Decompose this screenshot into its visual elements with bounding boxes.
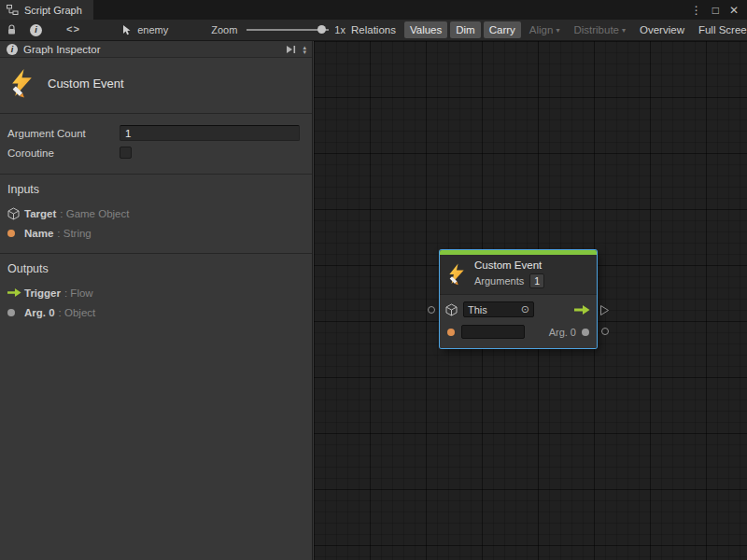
- outputs-section: Outputs Trigger : Flow Arg. 0 : Object: [0, 254, 312, 332]
- this-dropdown-value: This: [468, 304, 487, 315]
- close-icon[interactable]: ✕: [729, 5, 739, 16]
- port-row-trigger: Trigger : Flow: [0, 283, 312, 302]
- arg0-output-port-marker[interactable]: [601, 328, 609, 335]
- values-button[interactable]: Values: [404, 21, 447, 38]
- spinner-down-icon[interactable]: ▾: [303, 49, 306, 54]
- port-row-arg0: Arg. 0 : Object: [0, 302, 312, 322]
- port-name: Name: [24, 228, 53, 239]
- event-fields: Argument Count Coroutine: [0, 114, 312, 174]
- dim-button[interactable]: Dim: [450, 21, 480, 38]
- script-graph-icon: [7, 5, 19, 15]
- info-icon[interactable]: i: [30, 24, 42, 36]
- node-row-arg: Arg. 0: [445, 323, 591, 341]
- tab-script-graph[interactable]: Script Graph: [0, 0, 93, 20]
- port-type: : Game Object: [60, 208, 129, 219]
- scroll-spinner-icon[interactable]: ▴ ▾: [303, 45, 306, 54]
- align-button[interactable]: Align ▾: [524, 21, 566, 38]
- carry-button[interactable]: Carry: [484, 21, 521, 38]
- string-port-icon: [7, 230, 24, 237]
- chevron-down-icon: ▾: [622, 26, 626, 35]
- arg0-port-icon[interactable]: [582, 329, 589, 336]
- distribute-button-label: Distribute: [573, 24, 619, 35]
- zoom-value: 1x: [334, 24, 345, 35]
- zoom-label: Zoom: [211, 24, 237, 35]
- flow-arrow-icon: [7, 287, 24, 298]
- tab-title: Script Graph: [24, 5, 82, 16]
- object-picker-icon[interactable]: ⊙: [521, 303, 529, 315]
- cube-icon: [445, 303, 458, 316]
- node-title: Custom Event: [474, 259, 544, 271]
- coroutine-checkbox[interactable]: [120, 147, 132, 159]
- node-row-target: This ⊙: [445, 301, 591, 318]
- graph-target-label[interactable]: enemy: [137, 24, 168, 35]
- event-name-input[interactable]: [461, 325, 525, 339]
- event-header: Custom Event: [0, 58, 312, 113]
- port-row-target: Target : Game Object: [0, 203, 312, 223]
- full-screen-button[interactable]: Full Screen: [693, 21, 747, 38]
- dock-icon[interactable]: [285, 44, 297, 55]
- node-arguments-label: Arguments: [474, 275, 524, 287]
- node-header[interactable]: Custom Event Arguments 1: [440, 255, 597, 294]
- argument-count-label: Argument Count: [7, 128, 120, 139]
- chevron-down-icon: ▾: [556, 26, 559, 35]
- custom-event-node[interactable]: Custom Event Arguments 1 This ⊙: [440, 250, 597, 348]
- this-dropdown[interactable]: This ⊙: [463, 301, 534, 317]
- object-port-icon: [7, 309, 24, 316]
- code-icon[interactable]: <>: [66, 24, 80, 35]
- custom-event-icon: [447, 263, 466, 286]
- port-type: : Object: [59, 307, 96, 318]
- argument-count-input[interactable]: [120, 125, 300, 141]
- port-name: Arg. 0: [24, 307, 55, 318]
- node-arguments-count: 1: [529, 273, 544, 288]
- outputs-heading: Outputs: [0, 262, 312, 275]
- graph-inspector-panel: i Graph Inspector ▴ ▾: [0, 41, 313, 560]
- flow-output-port-marker[interactable]: [599, 304, 610, 316]
- port-row-name: Name : String: [0, 223, 312, 243]
- port-type: : Flow: [64, 287, 93, 299]
- coroutine-label: Coroutine: [7, 147, 120, 159]
- edit-graph-cursor-icon: [121, 24, 133, 36]
- overview-button[interactable]: Overview: [634, 21, 690, 38]
- custom-event-icon: [9, 69, 35, 98]
- node-arguments: Arguments 1: [474, 273, 544, 288]
- trigger-flow-port-icon[interactable]: [574, 304, 590, 315]
- name-port-icon[interactable]: [447, 329, 455, 336]
- event-title: Custom Event: [48, 77, 124, 91]
- target-input-port-marker[interactable]: [428, 306, 435, 314]
- argument-count-row: Argument Count: [0, 123, 312, 143]
- port-name: Trigger: [24, 287, 61, 299]
- inspector-header-controls: ▴ ▾: [285, 44, 306, 55]
- coroutine-row: Coroutine: [0, 143, 312, 162]
- titlebar: Script Graph ⋮ □ ✕: [0, 0, 747, 20]
- window-controls: ⋮ □ ✕: [691, 0, 747, 20]
- zoom-slider-knob[interactable]: [317, 25, 326, 34]
- relations-button[interactable]: Relations: [345, 21, 402, 38]
- node-body: This ⊙ Arg. 0: [440, 294, 597, 348]
- distribute-button[interactable]: Distribute ▾: [568, 21, 631, 38]
- align-button-label: Align: [529, 24, 554, 35]
- toolbar-buttons: Relations Values Dim Carry Align ▾ Distr…: [345, 21, 747, 38]
- info-icon: i: [7, 44, 18, 55]
- lock-icon[interactable]: [7, 24, 17, 35]
- graph-canvas[interactable]: Custom Event Arguments 1 This ⊙: [314, 41, 747, 560]
- arg0-label: Arg. 0: [549, 327, 576, 338]
- cube-icon: [7, 207, 24, 220]
- zoom-slider-track[interactable]: [247, 29, 329, 31]
- maximize-icon[interactable]: □: [712, 5, 719, 16]
- inputs-heading: Inputs: [0, 183, 312, 196]
- port-type: : String: [57, 228, 91, 239]
- node-header-text: Custom Event Arguments 1: [474, 259, 544, 288]
- inputs-section: Inputs Target : Game Object Name : Strin…: [0, 175, 312, 253]
- port-name: Target: [24, 208, 56, 219]
- zoom-slider[interactable]: [247, 24, 329, 35]
- kebab-menu-icon[interactable]: ⋮: [691, 5, 702, 16]
- inspector-header: i Graph Inspector ▴ ▾: [0, 41, 312, 58]
- inspector-title: Graph Inspector: [23, 44, 100, 55]
- graph-toolbar: i <> enemy Zoom 1x Relations Values Dim …: [0, 20, 747, 41]
- script-graph-window: Script Graph ⋮ □ ✕ i <> enemy Zoom 1x Re…: [0, 0, 747, 560]
